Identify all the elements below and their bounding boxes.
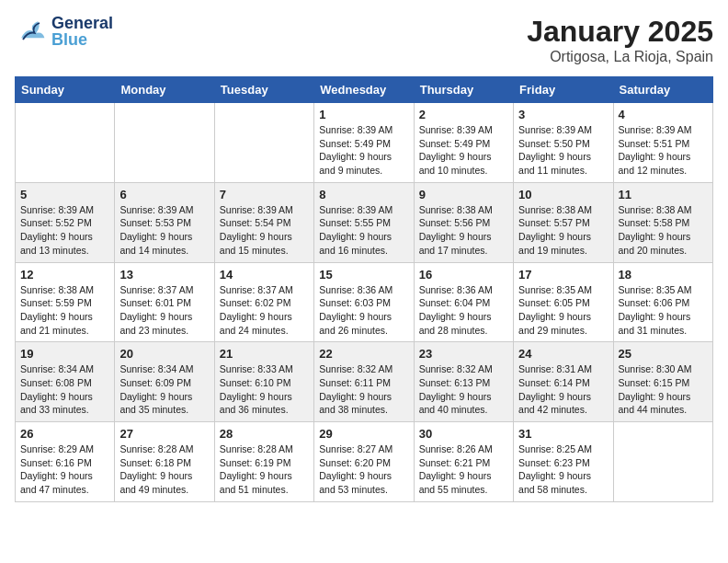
day-number: 29 (319, 427, 408, 441)
day-info: Sunrise: 8:39 AM Sunset: 5:49 PM Dayligh… (419, 123, 508, 178)
day-number: 27 (119, 427, 209, 441)
day-number: 20 (119, 347, 209, 361)
day-info: Sunrise: 8:25 AM Sunset: 6:23 PM Dayligh… (518, 442, 608, 497)
weekday-header-wednesday: Wednesday (314, 77, 414, 103)
day-number: 4 (619, 108, 708, 121)
calendar-cell: 17Sunrise: 8:35 AM Sunset: 6:05 PM Dayli… (514, 262, 613, 342)
day-number: 18 (619, 268, 708, 282)
calendar-cell: 29Sunrise: 8:27 AM Sunset: 6:20 PM Dayli… (314, 422, 414, 502)
day-number: 14 (220, 268, 309, 282)
day-info: Sunrise: 8:39 AM Sunset: 5:55 PM Dayligh… (319, 203, 408, 258)
calendar-cell: 20Sunrise: 8:34 AM Sunset: 6:09 PM Dayli… (115, 342, 214, 422)
day-number: 9 (419, 188, 508, 201)
day-number: 26 (20, 427, 109, 441)
page-header: General Blue January 2025 Ortigosa, La R… (15, 15, 713, 65)
week-row-5: 26Sunrise: 8:29 AM Sunset: 6:16 PM Dayli… (16, 422, 713, 502)
weekday-header-row: SundayMondayTuesdayWednesdayThursdayFrid… (16, 77, 713, 103)
day-info: Sunrise: 8:32 AM Sunset: 6:13 PM Dayligh… (419, 362, 508, 417)
calendar-cell (613, 422, 712, 502)
day-info: Sunrise: 8:26 AM Sunset: 6:21 PM Dayligh… (419, 442, 508, 497)
calendar-cell: 18Sunrise: 8:35 AM Sunset: 6:06 PM Dayli… (613, 262, 712, 342)
day-number: 11 (619, 188, 708, 201)
calendar-cell (16, 103, 115, 183)
calendar-cell: 14Sunrise: 8:37 AM Sunset: 6:02 PM Dayli… (214, 262, 313, 342)
calendar-cell: 22Sunrise: 8:32 AM Sunset: 6:11 PM Dayli… (314, 342, 414, 422)
weekday-header-thursday: Thursday (414, 77, 513, 103)
day-info: Sunrise: 8:32 AM Sunset: 6:11 PM Dayligh… (319, 362, 408, 417)
day-number: 16 (419, 268, 508, 282)
calendar-cell: 23Sunrise: 8:32 AM Sunset: 6:13 PM Dayli… (414, 342, 513, 422)
day-info: Sunrise: 8:39 AM Sunset: 5:54 PM Dayligh… (220, 203, 309, 258)
calendar-cell: 12Sunrise: 8:38 AM Sunset: 5:59 PM Dayli… (16, 262, 115, 342)
calendar-cell: 24Sunrise: 8:31 AM Sunset: 6:14 PM Dayli… (514, 342, 613, 422)
day-info: Sunrise: 8:39 AM Sunset: 5:53 PM Dayligh… (119, 203, 209, 258)
day-number: 2 (419, 108, 508, 121)
day-info: Sunrise: 8:35 AM Sunset: 6:05 PM Dayligh… (518, 283, 608, 338)
logo-blue: Blue (51, 31, 113, 48)
logo-general: General (51, 15, 113, 31)
weekday-header-sunday: Sunday (16, 77, 115, 103)
calendar-cell: 26Sunrise: 8:29 AM Sunset: 6:16 PM Dayli… (16, 422, 115, 502)
calendar-cell: 31Sunrise: 8:25 AM Sunset: 6:23 PM Dayli… (514, 422, 613, 502)
day-info: Sunrise: 8:34 AM Sunset: 6:09 PM Dayligh… (119, 362, 209, 417)
day-info: Sunrise: 8:28 AM Sunset: 6:18 PM Dayligh… (119, 442, 209, 497)
calendar-cell: 15Sunrise: 8:36 AM Sunset: 6:03 PM Dayli… (314, 262, 414, 342)
weekday-header-monday: Monday (115, 77, 214, 103)
day-number: 10 (518, 188, 608, 201)
day-info: Sunrise: 8:39 AM Sunset: 5:51 PM Dayligh… (619, 123, 708, 178)
day-info: Sunrise: 8:34 AM Sunset: 6:08 PM Dayligh… (20, 362, 109, 417)
calendar-cell: 27Sunrise: 8:28 AM Sunset: 6:18 PM Dayli… (115, 422, 214, 502)
day-info: Sunrise: 8:28 AM Sunset: 6:19 PM Dayligh… (220, 442, 309, 497)
calendar-cell: 4Sunrise: 8:39 AM Sunset: 5:51 PM Daylig… (613, 103, 712, 183)
calendar-cell: 2Sunrise: 8:39 AM Sunset: 5:49 PM Daylig… (414, 103, 513, 183)
day-number: 1 (319, 108, 408, 121)
day-info: Sunrise: 8:38 AM Sunset: 5:59 PM Dayligh… (20, 283, 109, 338)
day-info: Sunrise: 8:33 AM Sunset: 6:10 PM Dayligh… (220, 362, 309, 417)
day-number: 17 (518, 268, 608, 282)
week-row-1: 1Sunrise: 8:39 AM Sunset: 5:49 PM Daylig… (16, 103, 713, 183)
day-number: 31 (518, 427, 608, 441)
calendar-cell: 25Sunrise: 8:30 AM Sunset: 6:15 PM Dayli… (613, 342, 712, 422)
week-row-4: 19Sunrise: 8:34 AM Sunset: 6:08 PM Dayli… (16, 342, 713, 422)
calendar-cell: 19Sunrise: 8:34 AM Sunset: 6:08 PM Dayli… (16, 342, 115, 422)
calendar-cell: 7Sunrise: 8:39 AM Sunset: 5:54 PM Daylig… (214, 182, 313, 262)
calendar-cell: 6Sunrise: 8:39 AM Sunset: 5:53 PM Daylig… (115, 182, 214, 262)
weekday-header-friday: Friday (514, 77, 613, 103)
day-info: Sunrise: 8:39 AM Sunset: 5:50 PM Dayligh… (518, 123, 608, 178)
calendar-cell: 1Sunrise: 8:39 AM Sunset: 5:49 PM Daylig… (314, 103, 414, 183)
calendar-cell: 8Sunrise: 8:39 AM Sunset: 5:55 PM Daylig… (314, 182, 414, 262)
day-number: 12 (20, 268, 109, 282)
day-info: Sunrise: 8:36 AM Sunset: 6:04 PM Dayligh… (419, 283, 508, 338)
day-info: Sunrise: 8:27 AM Sunset: 6:20 PM Dayligh… (319, 442, 408, 497)
day-info: Sunrise: 8:37 AM Sunset: 6:02 PM Dayligh… (220, 283, 309, 338)
day-number: 24 (518, 347, 608, 361)
day-number: 25 (619, 347, 708, 361)
calendar-cell: 28Sunrise: 8:28 AM Sunset: 6:19 PM Dayli… (214, 422, 313, 502)
day-info: Sunrise: 8:39 AM Sunset: 5:49 PM Dayligh… (319, 123, 408, 178)
day-info: Sunrise: 8:36 AM Sunset: 6:03 PM Dayligh… (319, 283, 408, 338)
weekday-header-saturday: Saturday (613, 77, 712, 103)
calendar-cell: 21Sunrise: 8:33 AM Sunset: 6:10 PM Dayli… (214, 342, 313, 422)
calendar-cell (115, 103, 214, 183)
calendar-cell: 11Sunrise: 8:38 AM Sunset: 5:58 PM Dayli… (613, 182, 712, 262)
week-row-2: 5Sunrise: 8:39 AM Sunset: 5:52 PM Daylig… (16, 182, 713, 262)
day-number: 13 (119, 268, 209, 282)
day-number: 19 (20, 347, 109, 361)
day-number: 8 (319, 188, 408, 201)
day-number: 7 (220, 188, 309, 201)
day-info: Sunrise: 8:37 AM Sunset: 6:01 PM Dayligh… (119, 283, 209, 338)
day-info: Sunrise: 8:38 AM Sunset: 5:57 PM Dayligh… (518, 203, 608, 258)
day-info: Sunrise: 8:39 AM Sunset: 5:52 PM Dayligh… (20, 203, 109, 258)
day-number: 15 (319, 268, 408, 282)
day-number: 21 (220, 347, 309, 361)
logo: General Blue (15, 15, 113, 48)
calendar-cell (214, 103, 313, 183)
day-number: 23 (419, 347, 508, 361)
calendar-cell: 9Sunrise: 8:38 AM Sunset: 5:56 PM Daylig… (414, 182, 513, 262)
calendar-cell: 10Sunrise: 8:38 AM Sunset: 5:57 PM Dayli… (514, 182, 613, 262)
calendar-cell: 30Sunrise: 8:26 AM Sunset: 6:21 PM Dayli… (414, 422, 513, 502)
day-info: Sunrise: 8:38 AM Sunset: 5:56 PM Dayligh… (419, 203, 508, 258)
month-title: January 2025 (527, 15, 713, 49)
calendar-table: SundayMondayTuesdayWednesdayThursdayFrid… (15, 76, 713, 502)
day-number: 5 (20, 188, 109, 201)
